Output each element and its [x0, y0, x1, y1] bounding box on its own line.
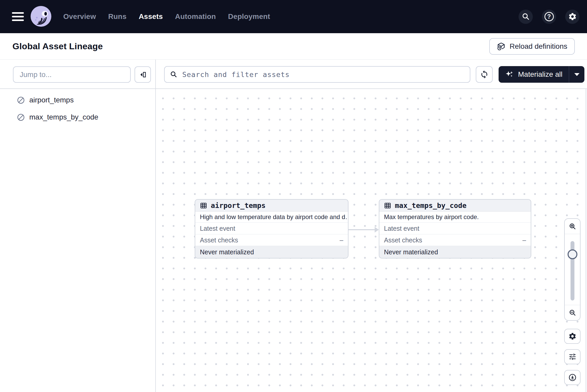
lineage-canvas[interactable]: airport_temps High and low temperature d… [156, 89, 587, 392]
collapse-panel-button[interactable] [135, 66, 151, 83]
sidebar-toolbar [0, 60, 155, 89]
lineage-panel: Materialize all airp [156, 60, 587, 392]
nav-link-assets[interactable]: Assets [139, 12, 163, 21]
graph-toolbar: Materialize all [156, 60, 587, 89]
reload-definitions-label: Reload definitions [509, 42, 567, 51]
dagster-logo[interactable] [30, 6, 52, 27]
latest-event-label: Latest event [384, 225, 419, 232]
asset-node-header: max_temps_by_code [379, 200, 531, 212]
zoom-slider[interactable] [565, 234, 580, 305]
materialization-status: Never materialized [379, 246, 531, 258]
jump-to-input[interactable] [13, 66, 131, 83]
help-icon: ? [544, 12, 554, 21]
asset-node-header: airport_temps [195, 200, 348, 212]
zoom-panel [564, 218, 581, 321]
edge-arrow-icon [375, 227, 379, 233]
asset-list-item-airport-temps[interactable]: airport_temps [0, 92, 155, 109]
tune-icon [568, 353, 577, 361]
graph-settings-button[interactable] [564, 329, 581, 344]
page-title: Global Asset Lineage [12, 41, 103, 51]
asset-node-description: Max temperatures by airport code. [379, 212, 531, 223]
collapse-panel-icon [139, 71, 147, 79]
materialization-status: Never materialized [195, 246, 348, 258]
asset-node-description: High and low temperature data by airport… [195, 212, 348, 223]
hamburger-icon[interactable] [12, 10, 24, 23]
asset-unmaterialized-icon [17, 113, 25, 121]
zoom-out-button[interactable] [565, 305, 580, 320]
help-button[interactable]: ? [542, 10, 556, 24]
asset-unmaterialized-icon [17, 96, 25, 104]
graph-filters-button[interactable] [564, 349, 581, 364]
search-icon [170, 71, 178, 78]
top-nav: Overview Runs Assets Automation Deployme… [0, 0, 587, 33]
refresh-icon [480, 70, 489, 79]
latest-event-row: Latest event [195, 223, 348, 234]
nav-link-overview[interactable]: Overview [63, 12, 96, 21]
gear-icon [568, 12, 577, 21]
asset-list: airport_temps max_temps_by_code [0, 89, 155, 126]
asset-checks-value: – [522, 236, 526, 244]
zoom-in-icon [569, 222, 576, 230]
asset-name: max_temps_by_code [29, 113, 98, 121]
asset-node-airport-temps[interactable]: airport_temps High and low temperature d… [195, 199, 348, 258]
nav-link-runs[interactable]: Runs [108, 12, 127, 21]
materialize-options-button[interactable] [569, 66, 584, 83]
search-assets-input[interactable] [182, 70, 470, 79]
asset-name: airport_temps [29, 96, 74, 104]
asset-node-title: max_temps_by_code [395, 201, 466, 209]
lineage-edge [348, 229, 375, 230]
zoom-in-button[interactable] [565, 219, 580, 234]
nav-actions: ? [519, 10, 579, 24]
gear-icon [568, 332, 577, 340]
asset-checks-row: Asset checks – [195, 234, 348, 246]
asset-checks-value: – [340, 236, 343, 244]
asset-sidebar: airport_temps max_temps_by_code [0, 60, 156, 392]
page-header: Global Asset Lineage Reload definitions [0, 33, 587, 60]
reload-definitions-button[interactable]: Reload definitions [489, 38, 575, 55]
asset-list-item-max-temps-by-code[interactable]: max_temps_by_code [0, 109, 155, 126]
materialize-all-label: Materialize all [518, 70, 562, 79]
nav-link-deployment[interactable]: Deployment [228, 12, 270, 21]
table-icon [200, 202, 207, 209]
asset-checks-label: Asset checks [200, 236, 238, 244]
chevron-down-icon [574, 73, 579, 76]
refresh-button[interactable] [476, 66, 493, 83]
main-content: airport_temps max_temps_by_code [0, 60, 587, 392]
asset-node-title: airport_temps [211, 201, 265, 209]
canvas-right-border [586, 89, 586, 392]
search-button[interactable] [519, 10, 533, 24]
materialize-all-button[interactable]: Materialize all [499, 66, 569, 83]
primary-nav: Overview Runs Assets Automation Deployme… [63, 12, 270, 21]
settings-button[interactable] [565, 10, 579, 24]
sparkle-icon [505, 70, 514, 79]
download-image-button[interactable] [564, 370, 581, 385]
asset-checks-label: Asset checks [384, 236, 422, 244]
nav-link-automation[interactable]: Automation [175, 12, 216, 21]
search-icon [522, 12, 530, 21]
download-icon [568, 373, 577, 382]
zoom-slider-thumb[interactable] [568, 249, 577, 259]
table-icon [384, 202, 391, 209]
latest-event-label: Latest event [200, 225, 235, 232]
asset-checks-row: Asset checks – [379, 234, 531, 246]
asset-search-box [164, 66, 470, 83]
latest-event-row: Latest event [379, 223, 531, 234]
reload-definitions-icon [497, 42, 506, 51]
zoom-out-icon [569, 309, 576, 317]
materialize-all-split-button: Materialize all [499, 66, 584, 83]
asset-node-max-temps-by-code[interactable]: max_temps_by_code Max temperatures by ai… [379, 199, 531, 258]
